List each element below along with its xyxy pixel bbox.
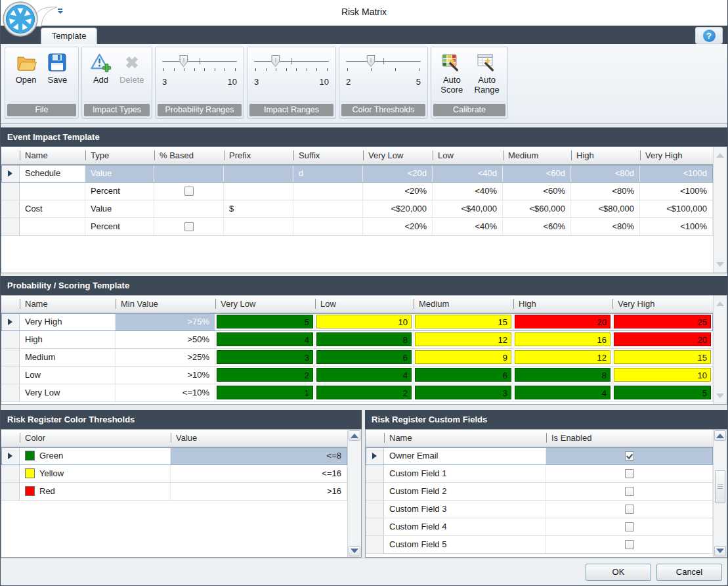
cell-value[interactable]: <=8 [171, 447, 347, 464]
cell-color[interactable]: Red [20, 483, 171, 500]
score-cell[interactable]: 10 [612, 367, 713, 384]
help-icon[interactable]: ? [703, 30, 716, 42]
column-header[interactable]: Very Low [363, 147, 433, 164]
column-header[interactable]: Low [433, 147, 503, 164]
delete-button[interactable]: Delete [119, 52, 144, 85]
score-cell[interactable]: 15 [414, 313, 513, 330]
cell-is-enabled[interactable] [546, 447, 713, 464]
cell-suffix[interactable] [293, 200, 363, 217]
scroll-up-button[interactable] [714, 430, 726, 441]
checkbox[interactable] [625, 487, 634, 496]
cell-impact-value[interactable]: <100% [640, 183, 713, 200]
table-row[interactable]: Green<=8 [1, 447, 347, 465]
cell-type[interactable]: Value [85, 165, 154, 182]
cell-is-enabled[interactable] [546, 518, 713, 535]
slider-thumb[interactable] [366, 55, 375, 67]
column-header[interactable]: Medium [414, 296, 513, 313]
scroll-down-button[interactable] [349, 546, 360, 556]
cell-impact-value[interactable]: <$100,000 [640, 200, 713, 217]
cell-field-name[interactable]: Custom Field 1 [384, 465, 546, 482]
cell-name[interactable]: Low [20, 367, 116, 384]
scroll-up-button[interactable] [349, 430, 360, 441]
column-header[interactable]: Name [384, 430, 546, 447]
column-header[interactable]: Value [171, 430, 347, 447]
table-row[interactable]: Owner Email [366, 447, 713, 465]
cell-impact-value[interactable]: <$60,000 [503, 200, 571, 217]
row-indicator[interactable] [1, 384, 20, 401]
cell-field-name[interactable]: Owner Email [384, 447, 546, 464]
column-header[interactable]: Very High [612, 296, 713, 313]
table-row[interactable]: Custom Field 4 [366, 518, 713, 536]
score-cell[interactable]: 8 [513, 367, 612, 384]
cell-field-name[interactable]: Custom Field 2 [384, 483, 546, 500]
table-row[interactable]: Yellow<=16 [1, 465, 347, 483]
scroll-up-icon[interactable] [716, 302, 724, 306]
score-cell[interactable]: 5 [215, 313, 315, 330]
cell-name[interactable] [20, 183, 85, 200]
row-indicator[interactable] [1, 165, 20, 182]
cell-impact-value[interactable]: <40d [433, 165, 503, 182]
score-cell[interactable]: 2 [315, 384, 414, 401]
table-row[interactable]: Percent<20%<40%<60%<80%<100% [1, 183, 713, 200]
ok-button[interactable]: OK [586, 564, 651, 581]
score-cell[interactable]: 20 [513, 313, 612, 330]
column-header[interactable]: Suffix [293, 147, 363, 164]
cell-prefix[interactable]: $ [224, 200, 293, 217]
row-indicator[interactable] [1, 218, 20, 235]
scroll-thumb[interactable] [715, 470, 725, 503]
column-header[interactable]: % Based [154, 147, 224, 164]
cell-prefix[interactable] [224, 183, 293, 200]
cell-suffix[interactable] [293, 183, 363, 200]
table-row[interactable]: Custom Field 5 [366, 536, 713, 554]
auto-score-button[interactable]: Auto Score [437, 52, 466, 95]
score-cell[interactable]: 20 [612, 331, 713, 348]
cell-min-value[interactable]: >75% [116, 313, 215, 330]
row-indicator[interactable] [1, 465, 20, 482]
cell-percent-based[interactable] [154, 183, 224, 200]
column-header[interactable]: High [571, 147, 640, 164]
cell-name[interactable]: Medium [20, 349, 116, 366]
cell-impact-value[interactable]: <80d [571, 165, 640, 182]
table-row[interactable]: CostValue$<$20,000<$40,000<$60,000<$80,0… [1, 200, 713, 218]
score-cell[interactable]: 6 [414, 367, 513, 384]
table-row[interactable]: Percent<20%<40%<60%<80%<100% [1, 218, 713, 236]
cell-name[interactable]: Cost [20, 200, 85, 217]
cell-percent-based[interactable] [154, 200, 224, 217]
score-cell[interactable]: 25 [612, 313, 713, 330]
column-header[interactable]: Color [20, 430, 171, 447]
cell-impact-value[interactable]: <20% [363, 183, 433, 200]
score-cell[interactable]: 12 [513, 349, 612, 366]
row-indicator[interactable] [366, 465, 384, 482]
cell-impact-value[interactable]: <40% [433, 183, 503, 200]
cell-field-name[interactable]: Custom Field 3 [384, 501, 546, 518]
cell-suffix[interactable] [293, 218, 363, 235]
cell-suffix[interactable]: d [293, 165, 363, 182]
slider-thumb[interactable] [271, 55, 280, 67]
score-cell[interactable]: 5 [612, 384, 713, 401]
scroll-down-button[interactable] [714, 546, 726, 556]
score-cell[interactable]: 6 [315, 349, 414, 366]
row-indicator[interactable] [366, 536, 384, 553]
cell-field-name[interactable]: Custom Field 4 [384, 518, 546, 535]
cell-impact-value[interactable]: <$80,000 [571, 200, 640, 217]
column-header[interactable]: Min Value [116, 296, 215, 313]
cell-value[interactable]: <=16 [171, 465, 347, 482]
open-button[interactable]: Open [16, 52, 37, 85]
cell-impact-value[interactable]: <$40,000 [433, 200, 503, 217]
table-row[interactable]: High>50%48121620 [1, 331, 713, 349]
column-header[interactable]: Is Enabled [546, 430, 713, 447]
cell-name[interactable] [20, 218, 85, 235]
row-indicator[interactable] [1, 183, 20, 200]
table-row[interactable]: Very High>75%510152025 [1, 313, 713, 331]
row-indicator[interactable] [366, 483, 384, 500]
cell-impact-value[interactable]: <80% [571, 183, 640, 200]
cell-impact-value[interactable]: <$20,000 [363, 200, 433, 217]
score-cell[interactable]: 9 [414, 349, 513, 366]
cell-is-enabled[interactable] [546, 536, 713, 553]
cell-percent-based[interactable] [154, 165, 224, 182]
checkbox[interactable] [625, 540, 634, 549]
cell-min-value[interactable]: >10% [116, 367, 215, 384]
cell-is-enabled[interactable] [546, 501, 713, 518]
table-row[interactable]: Custom Field 3 [366, 501, 713, 518]
cell-name[interactable]: Schedule [20, 165, 85, 182]
